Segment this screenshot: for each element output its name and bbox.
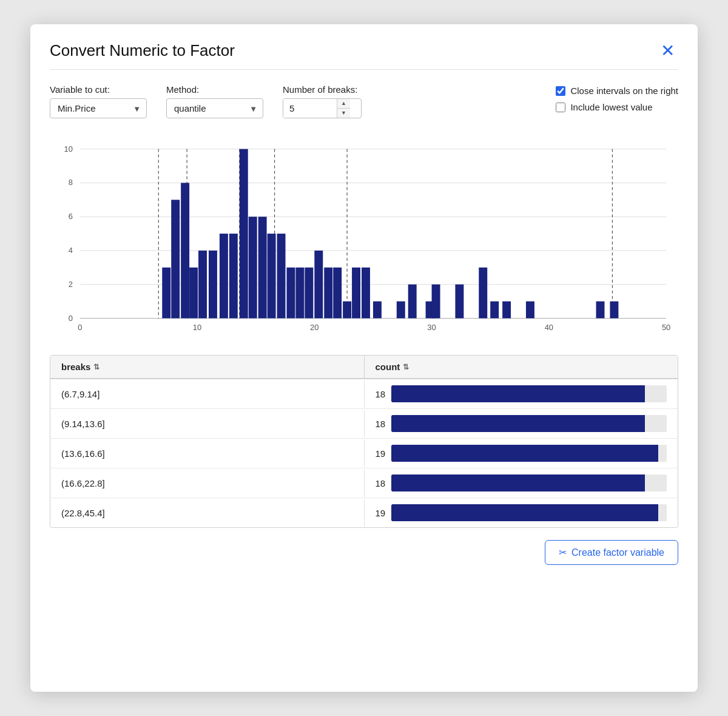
table-row: (13.6,16.6] 19 [50, 439, 678, 468]
footer: ✂ Create factor variable [50, 528, 678, 565]
count-bar-fill-1 [391, 385, 645, 402]
count-cell-4: 18 [365, 468, 678, 498]
method-select-wrapper: quantile equal pretty kmeans ▼ [166, 98, 263, 118]
dialog-title: Convert Numeric to Factor [50, 41, 235, 60]
svg-text:6: 6 [69, 212, 73, 221]
close-button[interactable]: ✕ [657, 41, 678, 61]
svg-text:4: 4 [69, 246, 73, 255]
svg-text:40: 40 [545, 323, 553, 332]
chart-svg: 10 8 6 4 2 0 0 10 20 30 40 50 [50, 130, 678, 355]
svg-rect-24 [162, 268, 170, 319]
svg-text:0: 0 [78, 323, 82, 332]
breaks-input[interactable] [283, 99, 337, 118]
method-select[interactable]: quantile equal pretty kmeans [166, 98, 263, 118]
count-bar-bg-5 [391, 504, 667, 521]
count-bar-bg-2 [391, 415, 667, 432]
count-cell-2: 18 [365, 409, 678, 438]
count-value-1: 18 [376, 389, 386, 399]
svg-text:2: 2 [69, 280, 73, 289]
dialog-header: Convert Numeric to Factor ✕ [50, 41, 678, 70]
close-intervals-row[interactable]: Close intervals on the right [556, 86, 678, 96]
breaks-control-group: Number of breaks: ▲ ▼ [283, 84, 362, 118]
svg-rect-27 [189, 268, 198, 319]
variable-select-wrapper: Min.Price Max.Price Price ▼ [50, 98, 147, 118]
dialog: Convert Numeric to Factor ✕ Variable to … [30, 24, 698, 692]
table-header: breaks ⇅ count ⇅ [50, 356, 678, 379]
table-row: (16.6,22.8] 18 [50, 468, 678, 498]
breaks-sort-icon[interactable]: ⇅ [93, 363, 99, 371]
count-cell-1: 18 [365, 379, 678, 408]
breaks-spinner: ▲ ▼ [337, 99, 350, 118]
breaks-cell-4: (16.6,22.8] [50, 470, 365, 497]
method-label: Method: [166, 84, 263, 95]
svg-rect-52 [479, 268, 487, 319]
svg-text:8: 8 [69, 178, 73, 187]
svg-rect-43 [343, 302, 351, 319]
variable-label: Variable to cut: [50, 84, 147, 95]
close-intervals-label: Close intervals on the right [570, 86, 678, 96]
svg-rect-30 [220, 234, 228, 318]
breaks-increment-button[interactable]: ▲ [337, 99, 350, 109]
svg-rect-46 [373, 302, 382, 319]
table-row: (6.7,9.14] 18 [50, 379, 678, 409]
breaks-cell-5: (22.8,45.4] [50, 499, 365, 527]
count-bar-fill-3 [391, 445, 658, 462]
include-lowest-checkbox[interactable] [556, 103, 565, 112]
svg-text:10: 10 [193, 323, 201, 332]
count-value-4: 18 [376, 478, 386, 488]
count-column-header: count ⇅ [365, 356, 678, 378]
svg-text:20: 20 [310, 323, 318, 332]
create-factor-button[interactable]: ✂ Create factor variable [545, 540, 678, 565]
breaks-decrement-button[interactable]: ▼ [337, 109, 350, 118]
svg-rect-28 [198, 251, 207, 319]
table-row: (22.8,45.4] 19 [50, 498, 678, 527]
count-bar-bg-3 [391, 445, 667, 462]
svg-rect-44 [352, 268, 360, 319]
create-btn-label: Create factor variable [571, 547, 664, 558]
breaks-column-header: breaks ⇅ [50, 356, 365, 378]
include-lowest-label: Include lowest value [570, 102, 652, 112]
svg-text:30: 30 [427, 323, 436, 332]
svg-rect-25 [171, 200, 180, 318]
variable-control-group: Variable to cut: Min.Price Max.Price Pri… [50, 84, 147, 118]
svg-rect-56 [596, 302, 605, 319]
svg-rect-35 [268, 234, 276, 318]
count-bar-bg-4 [391, 475, 667, 491]
variable-select[interactable]: Min.Price Max.Price Price [50, 98, 147, 118]
svg-rect-39 [305, 268, 313, 319]
svg-text:0: 0 [69, 314, 73, 323]
svg-rect-33 [249, 217, 257, 318]
method-control-group: Method: quantile equal pretty kmeans ▼ [166, 84, 263, 118]
svg-rect-50 [432, 285, 440, 319]
controls-row: Variable to cut: Min.Price Max.Price Pri… [50, 84, 678, 118]
svg-rect-47 [397, 302, 405, 319]
count-value-3: 19 [376, 448, 386, 459]
svg-rect-26 [181, 183, 189, 318]
svg-rect-36 [277, 234, 286, 318]
svg-rect-37 [286, 268, 295, 319]
svg-rect-55 [526, 302, 534, 319]
close-intervals-checkbox[interactable] [556, 86, 565, 96]
svg-rect-38 [295, 268, 304, 319]
svg-text:10: 10 [64, 144, 72, 154]
svg-rect-42 [333, 268, 342, 319]
svg-rect-40 [314, 251, 323, 319]
svg-rect-34 [258, 217, 267, 318]
svg-rect-41 [324, 268, 332, 319]
breaks-cell-2: (9.14,13.6] [50, 410, 365, 437]
count-sort-icon[interactable]: ⇅ [403, 363, 409, 371]
count-value-2: 18 [376, 419, 386, 429]
svg-rect-51 [455, 285, 463, 319]
breaks-cell-3: (13.6,16.6] [50, 440, 365, 467]
svg-rect-48 [408, 285, 417, 319]
svg-rect-31 [229, 234, 238, 318]
count-cell-3: 19 [365, 439, 678, 468]
svg-rect-32 [240, 149, 248, 319]
checkboxes-group: Close intervals on the right Include low… [556, 86, 678, 112]
table-row: (9.14,13.6] 18 [50, 409, 678, 439]
svg-rect-29 [209, 251, 217, 319]
include-lowest-row[interactable]: Include lowest value [556, 102, 678, 112]
histogram-chart: 10 8 6 4 2 0 0 10 20 30 40 50 [50, 130, 678, 355]
count-cell-5: 19 [365, 498, 678, 527]
svg-rect-53 [490, 302, 499, 319]
